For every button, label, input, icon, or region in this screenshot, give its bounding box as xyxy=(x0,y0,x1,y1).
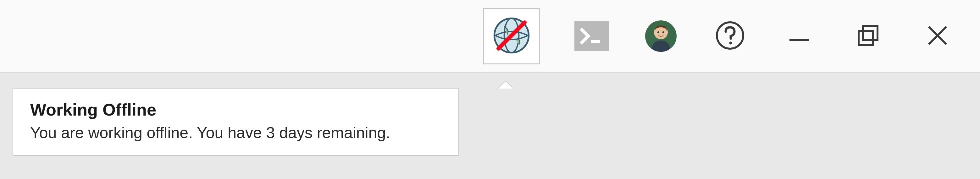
help-button[interactable] xyxy=(713,19,747,53)
user-avatar-button[interactable] xyxy=(644,19,678,53)
minimize-icon xyxy=(787,23,812,49)
close-icon xyxy=(925,23,950,49)
terminal-button[interactable] xyxy=(574,19,609,53)
title-bar-toolbar xyxy=(0,0,980,73)
svg-rect-11 xyxy=(863,26,878,40)
tooltip-body: You are working offline. You have 3 days… xyxy=(30,124,441,142)
svg-rect-12 xyxy=(859,31,873,45)
help-icon xyxy=(714,20,746,52)
restore-button[interactable] xyxy=(851,19,886,53)
user-avatar xyxy=(645,21,676,52)
svg-point-7 xyxy=(662,32,664,33)
svg-point-9 xyxy=(729,42,732,44)
svg-point-6 xyxy=(657,32,659,33)
offline-status-button[interactable] xyxy=(483,8,540,64)
tooltip-title: Working Offline xyxy=(30,100,441,119)
offline-tooltip: Working Offline You are working offline.… xyxy=(13,88,459,156)
tooltip-arrow xyxy=(497,81,512,89)
minimize-button[interactable] xyxy=(782,19,816,53)
close-button[interactable] xyxy=(920,19,955,53)
globe-offline-icon xyxy=(491,15,532,57)
restore-icon xyxy=(854,21,883,51)
terminal-icon xyxy=(574,21,609,51)
